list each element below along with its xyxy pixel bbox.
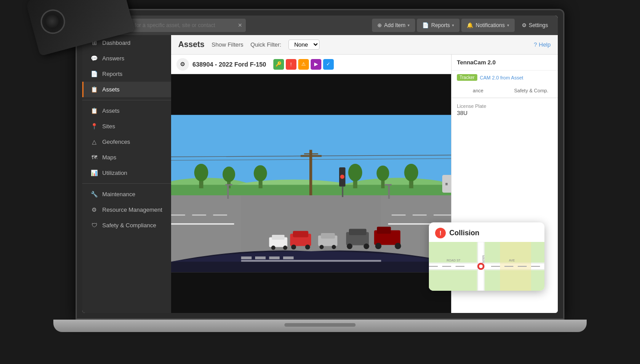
svg-rect-64 (283, 257, 294, 259)
svg-rect-79 (518, 266, 527, 267)
license-plate-detail: License Plate 38U (457, 103, 552, 116)
svg-rect-22 (192, 214, 206, 215)
sidebar-item-label: Reports (102, 71, 123, 77)
maintenance-icon: 🔧 (91, 191, 98, 198)
status-warning-icon[interactable]: ⚠ (298, 59, 309, 70)
svg-rect-40 (349, 229, 366, 235)
help-icon: ? (534, 41, 537, 48)
svg-rect-77 (491, 266, 500, 267)
svg-rect-63 (269, 257, 280, 259)
exclamation-icon: ! (440, 229, 442, 237)
tab-safety[interactable]: Safety & Comp. (505, 84, 558, 98)
collision-map-svg: ROAD ST AVE MAIN (429, 242, 544, 291)
sidebar-item-label: Maps (102, 154, 116, 161)
laptop-base (53, 320, 587, 332)
svg-text:AVE: AVE (509, 259, 515, 262)
status-check-icon[interactable]: ✓ (323, 59, 334, 70)
sidebar-item-maps[interactable]: 🗺 Maps (82, 150, 171, 165)
utilization-icon: 📊 (91, 170, 98, 176)
svg-point-33 (320, 245, 324, 249)
camera-body (25, 0, 135, 56)
tracker-badge: Tracker (457, 74, 477, 81)
sidebar-item-utilization[interactable]: 📊 Utilization (82, 165, 171, 181)
tennacam-title: TennaCam 2.0 (457, 59, 496, 66)
svg-rect-44 (377, 227, 391, 234)
asset-header-bar: ⚙ 638904 - 2022 Ford F-150 🔑 ! ⚠ ▶ ✓ (171, 55, 451, 74)
right-panel-tabs: ance Safety & Comp. (452, 84, 558, 98)
asset-status-icons: 🔑 ! ⚠ ▶ ✓ (273, 59, 334, 70)
assets-icon: 📋 (91, 86, 98, 93)
asset-settings-icon[interactable]: ⚙ (176, 58, 189, 71)
sidebar-item-label: Sites (102, 123, 115, 130)
svg-rect-74 (429, 266, 438, 267)
svg-rect-53 (225, 184, 232, 186)
tennacam-cam-link[interactable]: CAM 2.0 from Asset (480, 75, 524, 80)
toggle-panel-button[interactable]: ≡ (442, 175, 451, 193)
svg-point-29 (291, 245, 296, 249)
tennacam-sub: Tracker CAM 2.0 from Asset (452, 71, 558, 84)
collision-map: ROAD ST AVE MAIN (429, 242, 544, 291)
svg-rect-61 (241, 257, 252, 259)
sidebar-item-label: Maintenance (102, 191, 135, 198)
sidebar-item-label: Assets (102, 107, 120, 114)
svg-rect-76 (456, 266, 464, 267)
sidebar-item-assets-parent[interactable]: 📋 Assets (82, 82, 171, 97)
status-key-icon[interactable]: 🔑 (273, 59, 284, 70)
settings-button[interactable]: ⚙ Settings (516, 19, 553, 32)
license-plate-label: License Plate (457, 103, 552, 109)
main-layout: ⊞ Dashboard 💬 Answers 📄 Reports 📋 Assets (82, 35, 558, 313)
help-button[interactable]: ? Help (534, 41, 551, 48)
chevron-right-icon: ≡ (445, 182, 448, 186)
svg-rect-23 (213, 214, 228, 215)
tab-performance[interactable]: ance (452, 84, 505, 98)
quick-filter-select[interactable]: None (288, 40, 320, 50)
sidebar-item-assets-child[interactable]: 📋 Assets (82, 103, 171, 119)
sidebar-item-resource-mgmt[interactable]: ⚙ Resource Management (82, 202, 171, 218)
svg-point-14 (376, 166, 389, 181)
content-area: Assets Show Filters Quick Filter: None ?… (171, 35, 558, 313)
svg-rect-55 (384, 184, 392, 186)
camera-feed-section: ⚙ 638904 - 2022 Ford F-150 🔑 ! ⚠ ▶ ✓ (171, 55, 558, 313)
svg-rect-21 (171, 214, 185, 215)
svg-rect-28 (293, 231, 308, 237)
chevron-down-icon: ▾ (452, 23, 454, 28)
assets-child-icon: 📋 (91, 107, 98, 114)
asset-detail-panel: ⚙ 638904 - 2022 Ford F-150 🔑 ! ⚠ ▶ ✓ (171, 55, 451, 313)
svg-point-38 (283, 245, 287, 249)
bell-icon: 🔔 (467, 22, 473, 28)
reports-button[interactable]: 📄 Reports ▾ (417, 19, 460, 32)
svg-rect-59 (300, 155, 321, 157)
reports-nav-icon: 📄 (91, 71, 98, 77)
notifications-button[interactable]: 🔔 Notifications ▾ (461, 19, 514, 32)
svg-rect-18 (241, 195, 381, 258)
svg-point-41 (347, 244, 352, 249)
sidebar-item-label: Utilization (102, 170, 127, 176)
safety-icon: 🛡 (91, 222, 98, 229)
sidebar-item-sites[interactable]: 📍 Sites (82, 119, 171, 134)
sidebar-item-maintenance[interactable]: 🔧 Maintenance (82, 186, 171, 202)
svg-text:ROAD ST: ROAD ST (447, 259, 461, 262)
collision-title: Collision (449, 229, 480, 237)
svg-rect-75 (442, 266, 451, 267)
chevron-down-icon: ▾ (507, 23, 509, 28)
status-alert-icon[interactable]: ! (286, 59, 296, 70)
status-camera-icon[interactable]: ▶ (311, 59, 321, 70)
sidebar-item-safety[interactable]: 🛡 Safety & Compliance (82, 218, 171, 233)
show-filters-button[interactable]: Show Filters (212, 41, 244, 48)
collision-notification: ! Collision (429, 222, 544, 291)
add-item-button[interactable]: ⊕ Add Item ▾ (372, 19, 415, 32)
sidebar-item-geofences[interactable]: △ Geofences (82, 134, 171, 150)
svg-rect-54 (388, 185, 390, 199)
sidebar: ⊞ Dashboard 💬 Answers 📄 Reports 📋 Assets (82, 35, 171, 313)
svg-point-82 (479, 265, 483, 268)
gear-icon: ⚙ (522, 22, 527, 28)
svg-point-49 (340, 174, 344, 178)
sidebar-divider (82, 100, 171, 100)
search-clear-icon[interactable]: ✕ (238, 22, 242, 28)
svg-point-12 (348, 164, 362, 181)
svg-point-48 (340, 170, 344, 174)
sites-icon: 📍 (91, 123, 98, 130)
laptop-shell: ≡ 🔍 ✕ ⊕ Add Item ▾ 📄 (53, 9, 587, 355)
camera-lens (38, 7, 68, 36)
svg-rect-62 (255, 257, 266, 259)
